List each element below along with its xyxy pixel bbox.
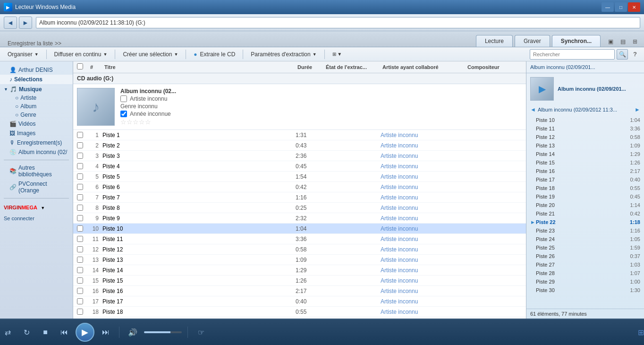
col-artiste-header[interactable]: Artiste ayant collaboré <box>381 63 466 71</box>
sidebar-item-autres[interactable]: 📚 Autres bibliothèques <box>0 163 73 179</box>
track-checkbox[interactable] <box>77 153 83 159</box>
minimize-button[interactable]: — <box>602 2 614 12</box>
hand-button[interactable]: ☞ <box>194 325 209 340</box>
tab-synchron[interactable]: Synchron... <box>552 35 601 47</box>
track-checkbox[interactable] <box>77 288 83 294</box>
volume-button[interactable]: 🔊 <box>125 325 140 340</box>
track-checkbox[interactable] <box>77 309 83 315</box>
forward-button[interactable]: ► <box>19 17 32 29</box>
col-compositeur-header[interactable]: Compositeur <box>466 63 522 71</box>
volume-slider[interactable] <box>144 331 182 333</box>
extra-label[interactable]: >> <box>55 40 61 47</box>
table-row[interactable]: 15 Piste 15 1:26 Artiste inconnu <box>73 276 526 286</box>
sidebar-item-images[interactable]: 🖼 Images <box>0 129 73 138</box>
table-row[interactable]: 5 Piste 5 1:54 Artiste inconnu <box>73 172 526 182</box>
list-item[interactable]: Piste 23 1:16 <box>526 226 644 235</box>
sidebar-item-user[interactable]: 👤 Arthur DENIS <box>0 65 73 75</box>
table-row[interactable]: 1 Piste 1 1:31 Artiste inconnu <box>73 130 526 140</box>
creer-button[interactable]: Créer une sélection ▼ <box>119 49 182 60</box>
table-row[interactable]: 3 Piste 3 2:36 Artiste inconnu <box>73 151 526 161</box>
year-checkbox[interactable] <box>120 111 127 117</box>
table-row[interactable]: 19 Piste 19 0:45 Artiste inconnu <box>73 317 526 319</box>
list-item[interactable]: Piste 14 1:29 <box>526 150 644 158</box>
track-checkbox[interactable] <box>77 173 83 180</box>
list-item[interactable]: ► Piste 22 1:18 <box>526 218 644 226</box>
table-row[interactable]: 14 Piste 14 1:29 Artiste inconnu <box>73 265 526 276</box>
repeat-button[interactable]: ↻ <box>19 325 34 340</box>
table-row[interactable]: 4 Piste 4 0:45 Artiste inconnu <box>73 161 526 172</box>
diffuser-button[interactable]: Diffuser en continu ▼ <box>51 49 111 60</box>
sidebar-item-enregistrement[interactable]: 🎙 Enregistrement(s) <box>0 138 73 147</box>
tab-graver[interactable]: Graver <box>515 35 550 47</box>
organiser-button[interactable]: Organiser ▼ <box>4 49 42 60</box>
right-panel-nav-right[interactable]: ► <box>635 106 640 113</box>
list-item[interactable]: Piste 13 1:09 <box>526 141 644 150</box>
right-panel-nav-left[interactable]: ◄ <box>530 106 536 113</box>
track-checkbox[interactable] <box>77 246 83 252</box>
stop-button[interactable]: ■ <box>38 325 53 340</box>
album-stars[interactable]: ☆☆☆☆☆ <box>120 118 176 126</box>
virginmega-button[interactable]: VIRGINMEGA ▼ <box>0 201 73 214</box>
table-row[interactable]: 6 Piste 6 0:42 Artiste inconnu <box>73 182 526 192</box>
sidebar-item-genre[interactable]: ○ Genre <box>0 111 73 119</box>
track-checkbox[interactable] <box>77 225 83 232</box>
track-checkbox[interactable] <box>77 277 83 284</box>
parametres-button[interactable]: Paramètres d'extraction ▼ <box>247 49 320 60</box>
table-row[interactable]: 10 Piste 10 1:04 Artiste inconnu <box>73 224 526 234</box>
select-all-checkbox[interactable] <box>77 63 83 69</box>
help-button[interactable]: ? <box>630 49 640 60</box>
track-checkbox[interactable] <box>77 142 83 148</box>
maximize-button[interactable]: □ <box>615 2 627 12</box>
layout-btn-1[interactable]: ▣ <box>605 36 616 47</box>
table-row[interactable]: 2 Piste 2 0:43 Artiste inconnu <box>73 140 526 151</box>
play-button[interactable]: ▶ <box>76 323 94 342</box>
sidebar-item-artiste[interactable]: ○ Artiste <box>0 94 73 102</box>
layout-btn-2[interactable]: ▤ <box>618 36 628 47</box>
sidebar-item-videos[interactable]: 🎬 Vidéos <box>0 119 73 129</box>
list-item[interactable]: Piste 18 0:55 <box>526 184 644 192</box>
track-checkbox[interactable] <box>77 132 83 138</box>
table-row[interactable]: 16 Piste 16 2:17 Artiste inconnu <box>73 286 526 296</box>
sidebar-item-pvconnect[interactable]: 🔗 PVConnect (Orange <box>0 179 73 195</box>
table-row[interactable]: 8 Piste 8 0:25 Artiste inconnu <box>73 203 526 213</box>
list-item[interactable]: Piste 20 1:14 <box>526 201 644 209</box>
track-checkbox[interactable] <box>77 194 83 200</box>
track-checkbox[interactable] <box>77 184 83 190</box>
list-item[interactable]: Piste 10 1:04 <box>526 116 644 124</box>
track-checkbox[interactable] <box>77 236 83 242</box>
col-num-header[interactable]: # <box>88 63 102 71</box>
tab-lecture[interactable]: Lecture <box>476 35 513 47</box>
col-titre-header[interactable]: Titre <box>102 63 296 71</box>
list-item[interactable]: Piste 12 0:58 <box>526 133 644 141</box>
sidebar-item-album-inconnu[interactable]: 💿 Album inconnu (02/ <box>0 147 73 157</box>
table-row[interactable]: 12 Piste 12 0:58 Artiste inconnu <box>73 244 526 255</box>
track-checkbox[interactable] <box>77 267 83 273</box>
artist-checkbox[interactable] <box>120 95 127 102</box>
track-checkbox[interactable] <box>77 257 83 263</box>
grid-button[interactable]: ⊞ <box>638 328 644 337</box>
track-checkbox[interactable] <box>77 215 83 221</box>
list-item[interactable]: Piste 29 1:00 <box>526 277 644 286</box>
sidebar-item-selections[interactable]: ♪ Sélections <box>0 75 73 84</box>
table-row[interactable]: 9 Piste 9 2:32 Artiste inconnu <box>73 213 526 224</box>
list-item[interactable]: Piste 15 1:26 <box>526 158 644 167</box>
back-button[interactable]: ◄ <box>4 17 17 29</box>
table-row[interactable]: 17 Piste 17 0:40 Artiste inconnu <box>73 296 526 307</box>
view-options-button[interactable]: ⊞ ▼ <box>329 49 346 60</box>
layout-btn-3[interactable]: ⊞ <box>630 36 640 47</box>
search-input[interactable] <box>530 49 615 60</box>
list-item[interactable]: Piste 21 0:42 <box>526 209 644 218</box>
list-item[interactable]: Piste 11 3:36 <box>526 124 644 133</box>
close-button[interactable]: ✕ <box>628 2 640 12</box>
list-item[interactable]: Piste 19 0:45 <box>526 192 644 201</box>
save-list-label[interactable]: Enregistrer la liste <box>8 40 53 47</box>
address-bar[interactable]: Album inconnu (02/09/2012 11:38:10) (G:) <box>36 17 640 28</box>
table-row[interactable]: 13 Piste 13 1:09 Artiste inconnu <box>73 255 526 265</box>
list-item[interactable]: Piste 30 1:30 <box>526 286 644 294</box>
sidebar-item-album[interactable]: ○ Album <box>0 102 73 111</box>
list-item[interactable]: Piste 26 0:37 <box>526 252 644 260</box>
col-etat-header[interactable]: État de l'extrac... <box>324 63 381 71</box>
shuffle-button[interactable]: ⇄ <box>0 325 15 340</box>
track-checkbox[interactable] <box>77 163 83 169</box>
table-row[interactable]: 7 Piste 7 1:16 Artiste inconnu <box>73 192 526 203</box>
